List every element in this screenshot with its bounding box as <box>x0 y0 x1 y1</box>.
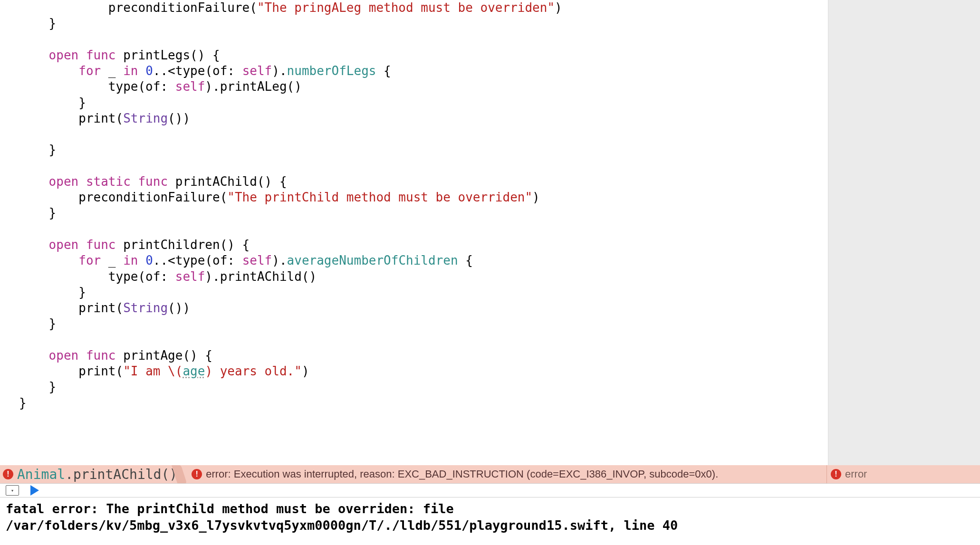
console-line: fatal error: The printChild method must … <box>6 501 678 533</box>
error-message: error: Execution was interrupted, reason… <box>206 468 718 480</box>
run-button[interactable] <box>30 485 39 496</box>
error-message-pill[interactable]: ! error: Execution was interrupted, reas… <box>181 465 722 483</box>
error-location-pill[interactable]: ! Animal.printAChild() <box>0 465 181 483</box>
console-output[interactable]: fatal error: The printChild method must … <box>0 497 980 545</box>
debug-toolbar: ▾ <box>0 483 980 497</box>
error-location: Animal.printAChild() <box>17 467 177 482</box>
error-icon: ! <box>192 469 202 479</box>
error-icon: ! <box>3 469 13 479</box>
error-icon: ! <box>831 469 841 479</box>
editor-area: preconditionFailure("The pringALeg metho… <box>0 0 980 465</box>
error-sidebar-indicator[interactable]: ! error <box>826 465 980 483</box>
pill-separator <box>179 465 189 483</box>
error-label: error <box>845 468 867 480</box>
results-sidebar <box>828 0 980 465</box>
code-editor[interactable]: preconditionFailure("The pringALeg metho… <box>0 0 828 465</box>
error-annotation-bar[interactable]: ! Animal.printAChild() ! error: Executio… <box>0 465 980 483</box>
toggle-debug-panel-button[interactable]: ▾ <box>6 485 19 496</box>
